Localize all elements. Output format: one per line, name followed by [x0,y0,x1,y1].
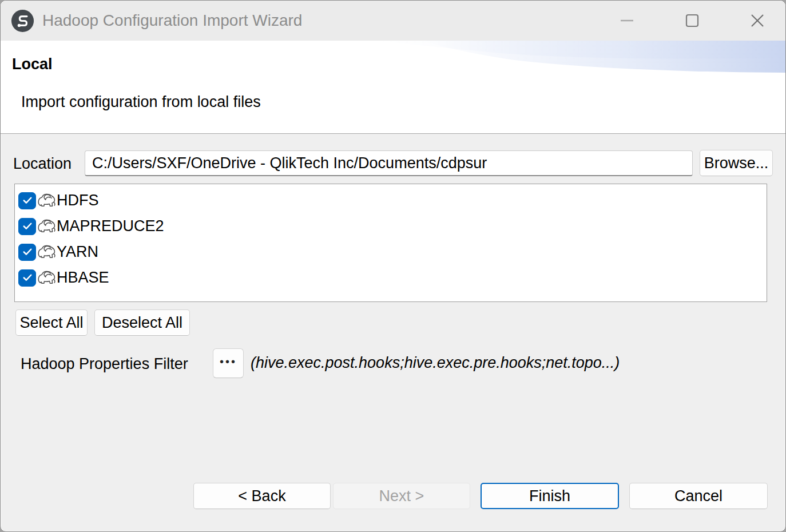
close-button[interactable] [740,5,775,36]
window-title: Hadoop Configuration Import Wizard [42,11,302,30]
properties-filter-value: (hive.exec.post.hooks;hive.exec.pre.hook… [251,354,620,372]
service-checkbox[interactable] [18,269,36,287]
wizard-header: Local Import configuration from local fi… [1,41,785,134]
service-label: HDFS [57,192,99,209]
checkmark-icon [22,273,33,282]
select-all-button[interactable]: Select All [15,309,88,336]
cancel-button[interactable]: Cancel [629,483,768,509]
deselect-all-button[interactable]: Deselect All [94,309,190,336]
page-title: Local [12,55,53,73]
service-checkbox[interactable] [18,192,36,209]
next-button[interactable]: Next > [333,483,470,509]
location-input[interactable] [85,150,693,176]
finish-button[interactable]: Finish [481,483,619,509]
properties-filter-ellipsis-button[interactable]: ••• [213,348,244,378]
checkmark-icon [22,222,33,231]
service-checkbox[interactable] [18,218,36,235]
hadoop-elephant-icon [37,270,56,286]
close-icon [750,13,765,28]
service-label: MAPREDUCE2 [57,217,164,235]
services-list[interactable]: HDFS MAPREDUCE2 [14,184,767,302]
hadoop-elephant-icon [37,244,56,260]
service-row[interactable]: YARN [18,239,767,265]
location-label: Location [13,155,72,173]
maximize-button[interactable] [674,5,710,36]
checkmark-icon [22,248,33,256]
service-checkbox[interactable] [18,244,36,261]
banner-swoosh-decoration [374,41,785,74]
back-button[interactable]: < Back [193,483,331,509]
window-controls [609,1,775,41]
properties-filter-label: Hadoop Properties Filter [21,355,188,373]
hadoop-elephant-icon [37,193,56,209]
browse-button[interactable]: Browse... [700,150,773,176]
checkmark-icon [22,196,33,205]
maximize-icon [685,13,700,28]
service-row[interactable]: MAPREDUCE2 [18,213,767,239]
service-row[interactable]: HBASE [18,265,767,291]
service-row[interactable]: HDFS [18,188,767,213]
minimize-button[interactable] [609,5,645,36]
minimize-icon [620,13,634,28]
titlebar: Hadoop Configuration Import Wizard [1,1,785,41]
app-icon [11,9,34,33]
wizard-window: Hadoop Configuration Import Wizard [0,0,786,532]
service-label: HBASE [57,269,109,287]
service-label: YARN [57,243,98,261]
hadoop-elephant-icon [37,219,56,235]
page-subtitle: Import configuration from local files [21,93,261,111]
